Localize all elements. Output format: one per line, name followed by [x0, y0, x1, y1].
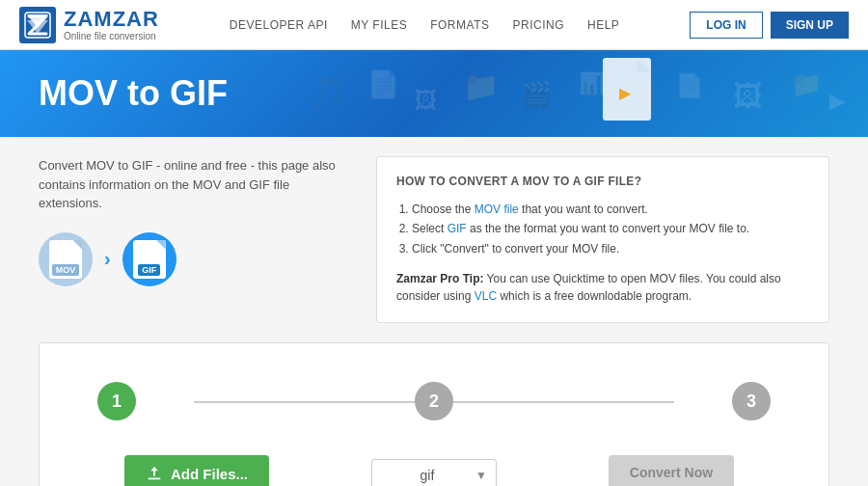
- step-item-3: 3: [732, 382, 771, 436]
- pro-tip: Zamzar Pro Tip: You can use Quicktime to…: [396, 270, 809, 305]
- step-circle-2: 2: [415, 382, 453, 420]
- add-files-label: Add Files...: [171, 466, 248, 482]
- main-content: Convert MOV to GIF - online and free - t…: [0, 137, 868, 486]
- svg-text:📄: 📄: [366, 68, 400, 100]
- how-to-step-3: Click "Convert" to convert your MOV file…: [412, 239, 809, 258]
- format-select-container: gif mp4 avi png jpg webp ▼: [371, 459, 497, 486]
- nav-help[interactable]: HELP: [587, 18, 619, 32]
- mov-link[interactable]: MOV file: [475, 202, 519, 216]
- logo-subtitle: Online file conversion: [64, 31, 159, 41]
- step-col-3: Convert Now (And agree to our Terms) Ema…: [572, 455, 771, 486]
- nav-buttons: LOG IN SIGN UP: [690, 12, 849, 39]
- left-info: Convert MOV to GIF - online and free - t…: [39, 156, 347, 323]
- header: ZAMZAR Online file conversion DEVELOPER …: [0, 0, 868, 50]
- how-to-step-2: Select GIF as the the format you want to…: [412, 219, 809, 238]
- svg-text:🖼: 🖼: [733, 80, 762, 112]
- hero-file-svg: ▶: [598, 58, 675, 130]
- logo-name: ZAMZAR: [64, 8, 159, 31]
- gif-link[interactable]: GIF: [448, 222, 467, 235]
- format-select-wrap: gif mp4 avi png jpg webp ▼ Or choose a d…: [368, 455, 501, 486]
- file-conversion-visual: MOV › GIF: [39, 232, 347, 286]
- step-circle-3: 3: [732, 382, 771, 420]
- info-description: Convert MOV to GIF - online and free - t…: [39, 156, 347, 213]
- step-item-1: 1: [97, 382, 136, 436]
- hero-banner: 🎵 📄 🖼 📁 🎬 📊 🎵 📄 🖼 📁 ▶ ▶ MOV to GIF: [0, 50, 868, 137]
- how-to-steps: Choose the MOV file that you want to con…: [412, 200, 809, 258]
- converter-box: 1 2 3 Add Files...: [39, 342, 829, 486]
- login-button[interactable]: LOG IN: [690, 12, 762, 39]
- how-to-title: HOW TO CONVERT A MOV TO A GIF FILE?: [396, 175, 809, 188]
- conversion-arrow: ›: [104, 248, 111, 270]
- format-select[interactable]: gif mp4 avi png jpg webp: [371, 459, 497, 486]
- mov-label: MOV: [52, 264, 80, 276]
- nav-links: DEVELOPER API MY FILES FORMATS PRICING H…: [230, 18, 620, 32]
- hero-file-visual: ▶: [598, 58, 675, 133]
- gif-label: GIF: [138, 264, 160, 276]
- logo-text: ZAMZAR Online file conversion: [64, 8, 159, 41]
- svg-text:🎵: 🎵: [309, 74, 347, 111]
- how-to-step-1: Choose the MOV file that you want to con…: [412, 200, 809, 219]
- steps-row: 1 2 3: [97, 382, 771, 436]
- svg-text:📁: 📁: [463, 69, 500, 104]
- step-content: Add Files... Drag & drop files, or selec…: [97, 455, 771, 486]
- gif-icon-circle: GIF: [122, 232, 176, 286]
- nav-formats[interactable]: FORMATS: [430, 18, 489, 32]
- upload-icon: [146, 465, 163, 482]
- zamzar-logo-icon: [19, 7, 56, 43]
- logo-area: ZAMZAR Online file conversion: [19, 7, 159, 43]
- hero-title: MOV to GIF: [39, 73, 228, 114]
- gif-file-icon: GIF: [133, 240, 166, 279]
- svg-text:▶: ▶: [619, 85, 632, 101]
- svg-text:🎬: 🎬: [521, 79, 553, 110]
- step-item-2: 2: [415, 382, 453, 436]
- nav-my-files[interactable]: MY FILES: [351, 18, 407, 32]
- svg-text:▶: ▶: [829, 89, 846, 113]
- step-col-2: gif mp4 avi png jpg webp ▼ Or choose a d…: [335, 455, 533, 486]
- step-circle-1: 1: [97, 382, 136, 420]
- svg-text:🖼: 🖼: [415, 87, 438, 113]
- mov-file-icon: MOV: [49, 240, 82, 279]
- svg-text:📁: 📁: [791, 68, 823, 99]
- convert-button[interactable]: Convert Now: [609, 455, 734, 486]
- nav-developer-api[interactable]: DEVELOPER API: [230, 18, 328, 32]
- add-files-button[interactable]: Add Files...: [124, 455, 269, 486]
- pro-tip-label: Zamzar Pro Tip:: [396, 272, 483, 285]
- svg-text:📄: 📄: [675, 71, 704, 99]
- mov-badge: MOV: [39, 232, 93, 286]
- how-to-box: HOW TO CONVERT A MOV TO A GIF FILE? Choo…: [376, 156, 829, 323]
- top-section: Convert MOV to GIF - online and free - t…: [39, 156, 829, 323]
- nav-pricing[interactable]: PRICING: [512, 18, 564, 32]
- mov-icon-circle: MOV: [39, 232, 93, 286]
- vlc-link[interactable]: VLC: [475, 289, 497, 303]
- gif-badge: GIF: [122, 232, 176, 286]
- step-col-1: Add Files... Drag & drop files, or selec…: [97, 455, 296, 486]
- signup-button[interactable]: SIGN UP: [771, 12, 849, 39]
